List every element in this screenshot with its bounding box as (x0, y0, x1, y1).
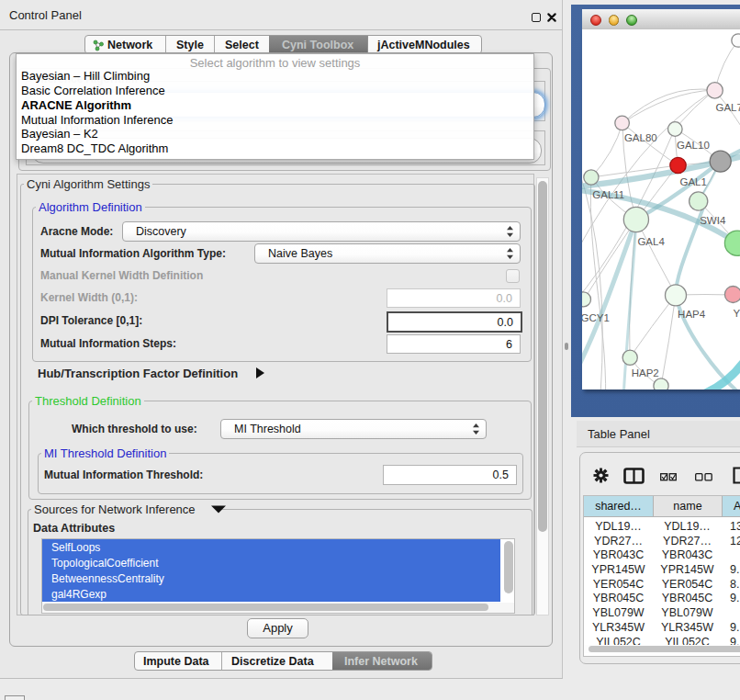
svg-text:GAL7: GAL7 (716, 102, 740, 113)
svg-text:GAL80: GAL80 (624, 132, 657, 143)
svg-text:GAL4: GAL4 (637, 236, 665, 247)
svg-text:HAP4: HAP4 (678, 309, 706, 320)
svg-text:HAP2: HAP2 (632, 367, 659, 378)
svg-text:Y: Y (733, 308, 740, 319)
svg-text:GCY1: GCY1 (582, 312, 610, 323)
svg-text:SWI4: SWI4 (700, 215, 726, 226)
svg-text:GAL11: GAL11 (592, 189, 624, 200)
svg-text:GAL1: GAL1 (680, 176, 707, 187)
svg-text:GAL10: GAL10 (677, 140, 710, 151)
